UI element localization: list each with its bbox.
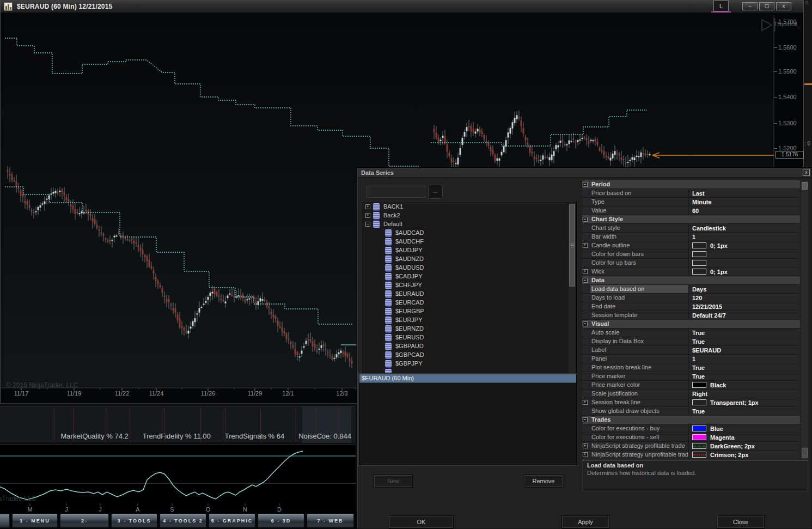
property-value[interactable]: Transparent; 1px <box>689 399 800 406</box>
remove-button[interactable]: Remove <box>524 475 563 488</box>
property-row[interactable]: +NinjaScript strategy unprofitable trade… <box>582 451 800 459</box>
tree-instrument-item[interactable]: $AUDNZD <box>362 254 576 263</box>
property-section-header[interactable]: −Period <box>582 180 800 189</box>
property-value[interactable]: 1 <box>689 356 800 362</box>
property-row[interactable]: +NinjaScript strategy profitable tradeDa… <box>582 442 800 451</box>
property-value[interactable]: Blue <box>689 425 800 432</box>
property-value[interactable]: Right <box>689 391 800 397</box>
taskbar-button[interactable]: 7 - WEB <box>307 514 354 528</box>
tree-root-item[interactable]: +Back2 <box>362 211 576 220</box>
instrument-tree[interactable]: +BACK1+Back2−Default$AUDCAD$AUDCHF$AUDJP… <box>362 202 577 374</box>
expand-icon[interactable]: + <box>583 443 588 448</box>
property-row[interactable]: Value60 <box>582 206 800 215</box>
configured-series-list[interactable]: $EURAUD (60 Min) <box>359 374 577 465</box>
property-value[interactable]: True <box>689 373 800 380</box>
property-value[interactable]: Days <box>689 286 800 293</box>
property-value[interactable]: Default 24/7 <box>689 312 800 319</box>
scrollbar-thumb[interactable] <box>569 204 575 287</box>
close-button[interactable]: Close <box>717 515 765 528</box>
tree-instrument-item[interactable]: $EURNZD <box>362 324 576 333</box>
tree-instrument-item[interactable]: $EURCAD <box>362 298 576 307</box>
collapse-icon[interactable]: − <box>583 321 588 326</box>
collapse-icon[interactable]: − <box>365 222 370 227</box>
expand-icon[interactable]: + <box>365 213 370 218</box>
property-row[interactable]: Plot session break lineTrue <box>582 363 800 372</box>
color-swatch[interactable] <box>692 251 706 257</box>
property-row[interactable]: Scale justificationRight <box>582 390 800 398</box>
scrollbar-thumb[interactable] <box>802 182 808 190</box>
tree-instrument-item[interactable]: $EURJPY <box>362 315 576 324</box>
ok-button[interactable]: OK <box>389 515 454 528</box>
property-row[interactable]: +Candle outline0; 1px <box>582 241 800 250</box>
expand-icon[interactable]: + <box>583 243 588 248</box>
property-value[interactable]: Minute <box>689 199 800 205</box>
collapse-icon[interactable]: − <box>583 182 588 187</box>
instrument-search-input[interactable] <box>367 186 425 198</box>
property-value[interactable] <box>689 260 800 266</box>
tree-instrument-item[interactable]: $GBPAUD <box>362 342 576 350</box>
color-swatch[interactable] <box>692 425 706 431</box>
color-swatch[interactable] <box>692 260 706 266</box>
expand-icon[interactable]: + <box>583 400 588 405</box>
property-row[interactable]: Auto scaleTrue <box>582 329 800 337</box>
property-row[interactable]: Session templateDefault 24/7 <box>582 311 800 320</box>
taskbar-button[interactable]: 4 - TOOLS 2 <box>160 514 206 528</box>
expand-icon[interactable]: + <box>365 204 370 209</box>
color-swatch[interactable] <box>692 452 706 458</box>
new-button[interactable]: New <box>374 475 413 488</box>
tree-instrument-item[interactable]: $CHFJPY <box>362 281 576 289</box>
property-value[interactable]: Crimson; 2px <box>689 452 800 458</box>
tree-instrument-item[interactable]: $EURAUD <box>362 289 576 298</box>
expand-icon[interactable]: + <box>583 269 588 274</box>
property-section-header[interactable]: −Chart Style <box>582 215 800 224</box>
property-row[interactable]: Load data based onDays <box>582 285 800 294</box>
property-scrollbar[interactable] <box>801 181 808 460</box>
property-row[interactable]: +Wick0; 1px <box>582 267 800 276</box>
property-section-header[interactable]: −Trades <box>582 416 800 424</box>
tree-instrument-item[interactable]: $EURGBP <box>362 307 576 315</box>
dialog-close-icon[interactable]: x <box>803 169 810 176</box>
taskbar-button[interactable]: 3 - TOOLS <box>111 514 157 528</box>
property-row[interactable]: Days to load120 <box>582 294 800 302</box>
property-value[interactable]: 0; 1px <box>689 242 800 249</box>
collapse-icon[interactable]: − <box>583 278 588 283</box>
taskbar-button[interactable]: 2-MAINTENANCE <box>60 514 109 528</box>
property-row[interactable]: Color for executions - sellMagenta <box>582 433 800 442</box>
tree-scrollbar[interactable] <box>569 203 576 373</box>
property-row[interactable]: Display in Data BoxTrue <box>582 337 800 346</box>
taskbar-button[interactable]: 1 - MENU <box>12 514 58 528</box>
property-row[interactable]: +Session break lineTransparent; 1px <box>582 398 800 407</box>
property-value[interactable]: $EURAUD <box>689 347 800 354</box>
property-value[interactable]: Magenta <box>689 434 800 441</box>
property-row[interactable]: TypeMinute <box>582 198 800 206</box>
property-row[interactable]: Label$EURAUD <box>582 346 800 355</box>
property-row[interactable]: Color for down bars <box>582 250 800 259</box>
property-value[interactable]: True <box>689 364 800 371</box>
taskbar-button[interactable]: 5 - GRAPHIC <box>209 514 255 528</box>
collapse-icon[interactable]: − <box>583 417 588 422</box>
tree-instrument-item[interactable]: $AUDCAD <box>362 228 576 237</box>
property-value[interactable]: 60 <box>689 208 800 214</box>
apply-button[interactable]: Apply <box>561 515 609 528</box>
tree-root-item[interactable]: −Default <box>362 220 576 228</box>
tree-instrument-item[interactable]: $AUDJPY <box>362 246 576 254</box>
property-value[interactable]: True <box>689 408 800 415</box>
property-value[interactable]: 12/21/2015 <box>689 303 800 310</box>
property-row[interactable]: Show global draw objectsTrue <box>582 407 800 416</box>
property-value[interactable]: Candlestick <box>689 225 800 232</box>
property-row[interactable]: Bar width1 <box>582 233 800 241</box>
property-value[interactable] <box>689 251 800 257</box>
taskbar-button-partial[interactable] <box>0 514 10 528</box>
property-section-header[interactable]: −Visual <box>582 320 800 329</box>
collapse-icon[interactable]: − <box>583 217 588 222</box>
tree-instrument-item[interactable]: $GBPJPY <box>362 359 576 368</box>
property-row[interactable]: Price marker colorBlack <box>582 381 800 390</box>
property-value[interactable]: True <box>689 338 800 345</box>
mini-line-chart[interactable]: MJJASOND NinjaTrader, LLC <box>0 444 356 513</box>
color-swatch[interactable] <box>692 443 706 449</box>
dialog-titlebar[interactable]: Data Series <box>358 168 811 178</box>
color-swatch[interactable] <box>692 269 706 275</box>
tree-instrument-item[interactable]: $EURUSD <box>362 333 576 342</box>
expand-icon[interactable]: + <box>583 452 588 457</box>
property-value[interactable]: 0; 1px <box>689 269 800 275</box>
